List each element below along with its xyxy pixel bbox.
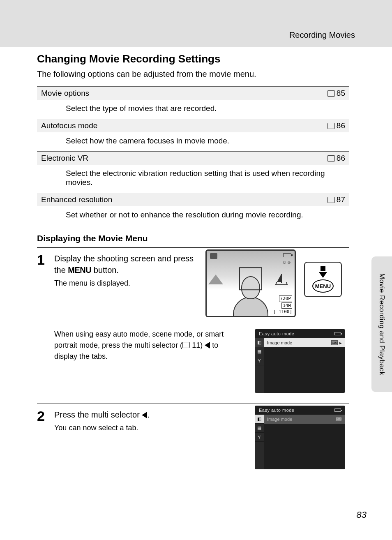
menu-row: Image mode 14M▸ <box>264 338 345 347</box>
camera-tab-icon: ◧ <box>255 415 264 424</box>
page-ref: 85 <box>327 89 345 98</box>
left-arrow-icon <box>142 412 147 418</box>
af-box <box>239 267 262 290</box>
option-name: Enhanced resolution <box>41 195 112 204</box>
content-area: Changing Movie Recording Settings The fo… <box>37 53 349 478</box>
book-icon <box>327 197 335 203</box>
left-arrow-icon <box>205 342 210 348</box>
menu-tabs: ◧ ▦ Y <box>255 338 264 393</box>
menu-button-illustration: MENU <box>304 262 342 297</box>
step-1: 1 Display the shooting screen and press … <box>37 247 349 399</box>
battery-icon <box>334 408 341 412</box>
option-desc: Select the type of movies that are recor… <box>37 100 349 119</box>
page-ref: 86 <box>327 154 345 163</box>
menu-button: MENU <box>304 262 342 297</box>
options-table: Movie options 85 Select the type of movi… <box>37 86 349 225</box>
mountain-graphic <box>207 272 231 284</box>
book-icon <box>327 123 335 129</box>
movie-tab-icon: ▦ <box>255 347 264 356</box>
intro-text: The following options can be adjusted fr… <box>37 69 349 79</box>
page-ref: 87 <box>327 195 345 204</box>
battery-icon <box>283 253 291 257</box>
lcd-illustration: ☺☺ 720P 14M [ 1100] <box>205 249 296 317</box>
battery-icon <box>334 332 341 335</box>
option-desc: Select how the camera focuses in movie m… <box>37 132 349 151</box>
mode-icon <box>210 253 217 259</box>
option-row: Movie options 85 <box>37 86 349 100</box>
menu-row: Image mode 14M <box>264 415 345 424</box>
setup-tab-icon: Y <box>255 356 264 365</box>
chapter-header: Recording Movies <box>289 30 355 40</box>
step-number: 1 <box>37 253 48 267</box>
camera-tab-icon: ◧ <box>255 338 264 347</box>
page-title: Changing Movie Recording Settings <box>37 53 349 65</box>
page-ref: 86 <box>327 121 345 130</box>
option-name: Electronic VR <box>41 154 88 163</box>
option-row: Electronic VR 86 <box>37 151 349 165</box>
lcd-readout: 720P 14M [ 1100] <box>273 295 292 314</box>
header-bg <box>0 0 392 47</box>
movie-tab-icon: ▦ <box>255 424 264 433</box>
menu-tabs: ◧ ▦ Y <box>255 415 264 469</box>
option-name: Movie options <box>41 89 89 98</box>
menu-screen: Easy auto mode ◧ ▦ Y Image mode 14M▸ <box>255 329 345 393</box>
menu-title: Easy auto mode <box>259 408 295 413</box>
book-icon <box>327 155 335 161</box>
subheading: Displaying the Movie Menu <box>37 233 349 243</box>
down-arrow-icon <box>319 272 327 278</box>
option-desc: Select the electronic vibration reductio… <box>37 165 349 193</box>
face-detect-icon: ☺☺ <box>282 260 291 265</box>
option-row: Enhanced resolution 87 <box>37 193 349 206</box>
menu-screen-illustration-1: Easy auto mode ◧ ▦ Y Image mode 14M▸ <box>255 329 345 393</box>
page-number: 83 <box>357 510 367 520</box>
book-icon <box>182 342 190 348</box>
menu-screen: Easy auto mode ◧ ▦ Y Image mode 14M <box>255 406 345 469</box>
menu-button-label: MENU <box>312 279 334 293</box>
step-2: 2 Press the multi selector . You can now… <box>37 404 349 478</box>
section-tab-label: Movie Recording and Playback <box>378 273 386 375</box>
setup-tab-icon: Y <box>255 433 264 442</box>
step-number: 2 <box>37 409 48 423</box>
option-desc: Set whether or not to enhance the resolu… <box>37 206 349 225</box>
step-title: Display the shooting screen and press th… <box>54 253 202 276</box>
manual-page: Recording Movies Changing Movie Recordin… <box>0 0 392 540</box>
step-note: When using easy auto mode, scene mode, o… <box>54 329 243 362</box>
right-arrow-icon: ▸ <box>339 340 342 346</box>
menu-screen-illustration-2: Easy auto mode ◧ ▦ Y Image mode 14M <box>255 406 345 469</box>
menu-title: Easy auto mode <box>259 331 295 336</box>
option-row: Autofocus mode 86 <box>37 119 349 132</box>
camera-lcd: ☺☺ 720P 14M [ 1100] <box>205 249 296 317</box>
option-name: Autofocus mode <box>41 121 97 130</box>
section-tab: Movie Recording and Playback <box>371 256 392 392</box>
boat-graphic <box>276 273 287 285</box>
book-icon <box>327 90 335 96</box>
